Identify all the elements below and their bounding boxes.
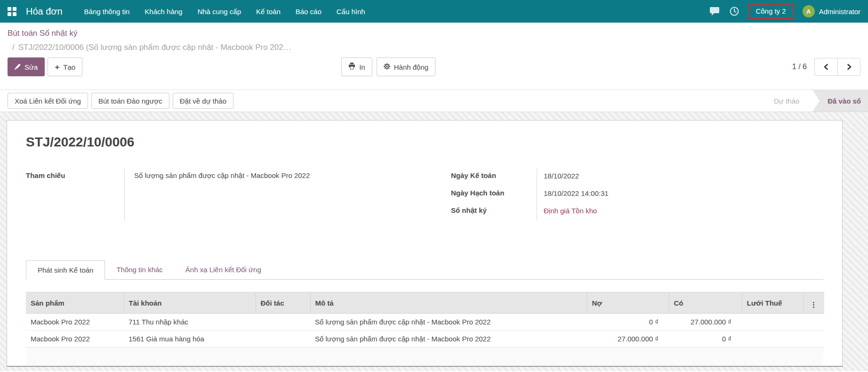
cell-product[interactable]: Macbook Pro 2022 (26, 314, 124, 331)
action-menu-button[interactable]: Hành động (377, 57, 435, 76)
company-switcher[interactable]: Công ty 2 (755, 7, 786, 15)
activities-clock-icon[interactable] (730, 7, 739, 16)
control-panel: Bút toán Sổ nhật ký /STJ/2022/10/0006 (S… (0, 23, 868, 89)
cell-tax-grid[interactable] (742, 331, 803, 348)
status-widget: Dự thảo Đã vào sổ (774, 90, 868, 112)
column-header-description: Mô tả (310, 292, 587, 314)
table-empty-area (26, 348, 823, 366)
messages-icon[interactable] (710, 7, 720, 16)
field-value-journal-link[interactable]: Định giá Tồn kho (544, 207, 597, 215)
reset-to-draft-button[interactable]: Đặt về dự thảo (173, 93, 233, 109)
apps-grid-icon[interactable] (8, 7, 16, 16)
menu-configuration[interactable]: Cấu hình (329, 0, 373, 23)
field-label-journal: Sổ nhật ký (451, 203, 537, 221)
breadcrumb-separator: / (12, 43, 15, 52)
field-label-accounting-date: Ngày Kế toán (451, 169, 537, 186)
reverse-entry-button[interactable]: Bút toán Đảo ngược (91, 93, 169, 109)
field-label-reference: Tham chiếu (26, 169, 124, 221)
field-label-posting-date: Ngày Hạch toán (451, 186, 537, 203)
pager-next-button[interactable] (837, 58, 860, 76)
menu-reporting[interactable]: Báo cáo (288, 0, 329, 23)
cell-description[interactable]: Số lượng sản phẩm được cập nhật - Macboo… (310, 314, 587, 331)
pencil-icon (15, 63, 21, 71)
cell-description[interactable]: Số lượng sản phẩm được cập nhật - Macboo… (310, 331, 587, 348)
field-value-posting-date: 18/10/2022 14:00:31 (537, 186, 823, 203)
cell-credit[interactable]: 27.000.000 ₫ (669, 314, 742, 331)
field-value-accounting-date: 18/10/2022 (537, 169, 823, 186)
breadcrumb-parent[interactable]: Bút toán Sổ nhật ký (8, 26, 77, 40)
breadcrumb-current: STJ/2022/10/0006 (Số lượng sản phẩm được… (18, 43, 291, 52)
cell-tax-grid[interactable] (742, 314, 803, 331)
cell-partner[interactable] (256, 331, 310, 348)
journal-item-row[interactable]: Macbook Pro 2022 1561 Giá mua hàng hóa S… (26, 331, 824, 348)
field-groups: Tham chiếu Số lượng sản phẩm được cập nh… (26, 169, 823, 221)
tab-journal-items[interactable]: Phát sinh Kế toán (26, 260, 105, 280)
print-button[interactable]: In (341, 57, 372, 76)
menu-customers[interactable]: Khách hàng (137, 0, 190, 23)
column-header-tax-grid: Lưới Thuế (742, 292, 803, 314)
record-title: STJ/2022/10/0006 (26, 135, 823, 150)
column-header-product: Sản phẩm (26, 292, 124, 314)
status-posted[interactable]: Đã vào sổ (812, 90, 868, 112)
form-view-background: STJ/2022/10/0006 Tham chiếu Số lượng sản… (0, 112, 868, 371)
journal-items-table: Sản phẩm Tài khoản Đối tác Mô tả Nợ Có L… (26, 292, 824, 348)
column-options-header (803, 292, 824, 314)
optional-columns-icon[interactable] (812, 301, 815, 309)
user-avatar[interactable]: A (803, 5, 815, 17)
company-highlight-annotation: Công ty 2 (748, 4, 793, 19)
unreconcile-button[interactable]: Xoá Liên kết Đối ứng (8, 93, 88, 109)
cell-product[interactable]: Macbook Pro 2022 (26, 331, 124, 348)
top-navbar: Hóa đơn Bảng thông tin Khách hàng Nhà cu… (0, 0, 868, 23)
pager: 1 / 6 (792, 58, 860, 76)
cell-debit[interactable]: 27.000.000 ₫ (587, 331, 669, 348)
table-header-row: Sản phẩm Tài khoản Đối tác Mô tả Nợ Có L… (26, 292, 824, 314)
column-header-debit: Nợ (587, 292, 669, 314)
cell-account[interactable]: 711 Thu nhập khác (124, 314, 256, 331)
menu-accounting[interactable]: Kế toán (249, 0, 288, 23)
cell-account[interactable]: 1561 Giá mua hàng hóa (124, 331, 256, 348)
create-button[interactable]: + Tạo (48, 57, 82, 76)
menu-dashboard[interactable]: Bảng thông tin (77, 0, 137, 23)
printer-icon (348, 63, 355, 71)
menu-vendors[interactable]: Nhà cung cấp (190, 0, 249, 23)
pager-previous-button[interactable] (814, 58, 837, 76)
app-name[interactable]: Hóa đơn (26, 6, 63, 17)
tab-reconciliation-mapping[interactable]: Ánh xạ Liên kết Đối ứng (174, 260, 273, 279)
gear-icon (384, 63, 390, 71)
status-draft[interactable]: Dự thảo (774, 97, 812, 105)
form-sheet: STJ/2022/10/0006 Tham chiếu Số lượng sản… (7, 120, 843, 367)
statusbar: Xoá Liên kết Đối ứng Bút toán Đảo ngược … (0, 89, 868, 112)
pager-counter[interactable]: 1 / 6 (792, 63, 807, 71)
tab-other-info[interactable]: Thông tin khác (105, 260, 174, 279)
main-menu: Bảng thông tin Khách hàng Nhà cung cấp K… (77, 0, 373, 23)
user-menu[interactable]: A Administrator (803, 5, 860, 17)
column-header-partner: Đối tác (256, 292, 310, 314)
breadcrumb: Bút toán Sổ nhật ký /STJ/2022/10/0006 (S… (8, 26, 860, 55)
edit-button[interactable]: Sửa (8, 57, 45, 76)
field-value-reference: Số lượng sản phẩm được cập nhật - Macboo… (124, 169, 424, 221)
user-name: Administrator (819, 8, 860, 16)
notebook-tabs: Phát sinh Kế toán Thông tin khác Ánh xạ … (26, 260, 823, 280)
journal-item-row[interactable]: Macbook Pro 2022 711 Thu nhập khác Số lư… (26, 314, 824, 331)
cell-debit[interactable]: 0 ₫ (587, 314, 669, 331)
cell-partner[interactable] (256, 314, 310, 331)
cell-credit[interactable]: 0 ₫ (669, 331, 742, 348)
column-header-account: Tài khoản (124, 292, 256, 314)
plus-icon: + (55, 63, 59, 71)
column-header-credit: Có (669, 292, 742, 314)
